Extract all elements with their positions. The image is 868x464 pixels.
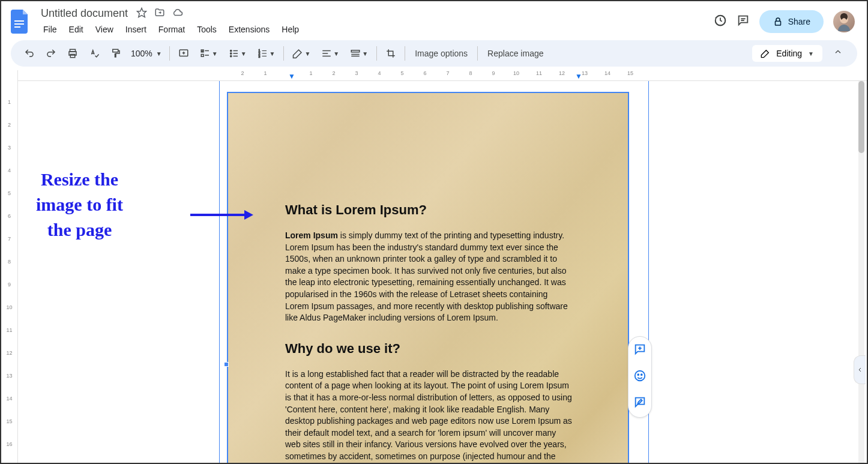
selected-image[interactable]: What is Lorem Ipsum? Lorem Ipsum is simp…: [227, 92, 629, 463]
toolbar: 100% ▼ ▼ ▼ 123▼ ▼ ▼ ▼ Image options Repl…: [11, 40, 857, 67]
vertical-ruler: 12345678910111213141516: [1, 70, 18, 463]
svg-point-42: [641, 374, 642, 375]
editing-mode-select[interactable]: Editing ▼: [752, 45, 822, 62]
suggest-edit-icon[interactable]: [632, 394, 648, 412]
collapse-toolbar-button[interactable]: [827, 44, 849, 63]
menu-file[interactable]: File: [38, 22, 62, 37]
replace-image-button[interactable]: Replace image: [481, 45, 549, 62]
paint-format-button[interactable]: [106, 44, 126, 62]
resize-handle-left[interactable]: [224, 362, 229, 367]
sidebar-expand-handle[interactable]: [854, 355, 866, 384]
menu-format[interactable]: Format: [154, 22, 190, 37]
zoom-value: 100%: [131, 49, 152, 58]
header: Untitled document File Edit View Insert …: [1, 1, 867, 37]
avatar[interactable]: [833, 11, 855, 32]
docs-logo[interactable]: [8, 10, 32, 34]
chevron-down-icon: ▼: [156, 50, 162, 57]
share-label: Share: [788, 17, 810, 26]
svg-point-20: [230, 50, 231, 51]
history-icon[interactable]: [714, 14, 727, 29]
image-options-button[interactable]: Image options: [409, 45, 474, 62]
paragraph-1: Lorem Ipsum is simply dummy text of the …: [285, 230, 573, 324]
svg-rect-1: [14, 23, 24, 25]
border-color-button[interactable]: ▼: [288, 44, 315, 62]
undo-button[interactable]: [19, 44, 40, 62]
svg-point-24: [230, 55, 231, 56]
mode-label: Editing: [776, 49, 802, 58]
menu-bar: File Edit View Insert Format Tools Exten…: [38, 22, 708, 37]
svg-rect-2: [14, 26, 20, 28]
comment-rail: [628, 336, 652, 418]
document-canvas[interactable]: What is Lorem Ipsum? Lorem Ipsum is simp…: [18, 81, 867, 463]
add-comment-button[interactable]: [173, 44, 194, 62]
emoji-reaction-icon[interactable]: [632, 368, 648, 386]
scrollbar-vertical[interactable]: [858, 81, 864, 463]
svg-rect-7: [775, 21, 780, 25]
annotation-arrow: [187, 206, 253, 228]
svg-marker-3: [137, 8, 146, 17]
zoom-select[interactable]: 100% ▼: [127, 46, 166, 61]
svg-text:3: 3: [258, 55, 260, 58]
scrollbar-thumb[interactable]: [858, 81, 864, 153]
svg-rect-12: [113, 49, 118, 52]
numbered-list-button[interactable]: 123▼: [253, 44, 280, 62]
print-button[interactable]: [62, 44, 83, 62]
svg-rect-0: [14, 20, 24, 22]
document-content: What is Lorem Ipsum? Lorem Ipsum is simp…: [285, 202, 573, 463]
doc-title[interactable]: Untitled document: [38, 6, 130, 21]
share-button[interactable]: Share: [759, 10, 824, 33]
horizontal-ruler: 21123456789101112131415 ▼ ▼: [18, 70, 867, 81]
indent-marker-right[interactable]: ▼: [575, 72, 582, 80]
comments-icon[interactable]: [737, 14, 750, 29]
pencil-icon: [761, 49, 770, 58]
checklist-button[interactable]: ▼: [195, 44, 223, 62]
add-comment-rail-icon[interactable]: [632, 342, 648, 360]
heading-1: What is Lorem Ipsum?: [285, 202, 573, 218]
menu-tools[interactable]: Tools: [192, 22, 222, 37]
crop-button[interactable]: [381, 44, 401, 62]
align-button[interactable]: ▼: [316, 44, 344, 62]
menu-help[interactable]: Help: [277, 22, 304, 37]
heading-2: Why do we use it?: [285, 341, 573, 357]
menu-edit[interactable]: Edit: [64, 22, 88, 37]
menu-extensions[interactable]: Extensions: [224, 22, 274, 37]
star-icon[interactable]: [136, 7, 147, 20]
chevron-down-icon: ▼: [808, 50, 814, 57]
paragraph-2: It is a long established fact that a rea…: [285, 369, 573, 463]
bullet-list-button[interactable]: ▼: [224, 44, 252, 62]
menu-insert[interactable]: Insert: [121, 22, 151, 37]
redo-button[interactable]: [41, 44, 61, 62]
annotation-text: Resize the image to fit the page: [36, 167, 123, 243]
svg-rect-18: [201, 55, 203, 57]
svg-point-22: [230, 53, 231, 54]
cloud-status-icon[interactable]: [172, 7, 183, 20]
svg-point-40: [635, 371, 645, 381]
svg-marker-44: [244, 210, 253, 220]
svg-rect-35: [352, 50, 360, 52]
line-spacing-button[interactable]: ▼: [345, 44, 373, 62]
indent-marker-left[interactable]: ▼: [288, 72, 295, 80]
lock-icon: [773, 16, 783, 27]
spellcheck-button[interactable]: [84, 44, 104, 62]
move-folder-icon[interactable]: [154, 7, 165, 20]
svg-point-41: [637, 374, 639, 375]
menu-view[interactable]: View: [91, 22, 118, 37]
